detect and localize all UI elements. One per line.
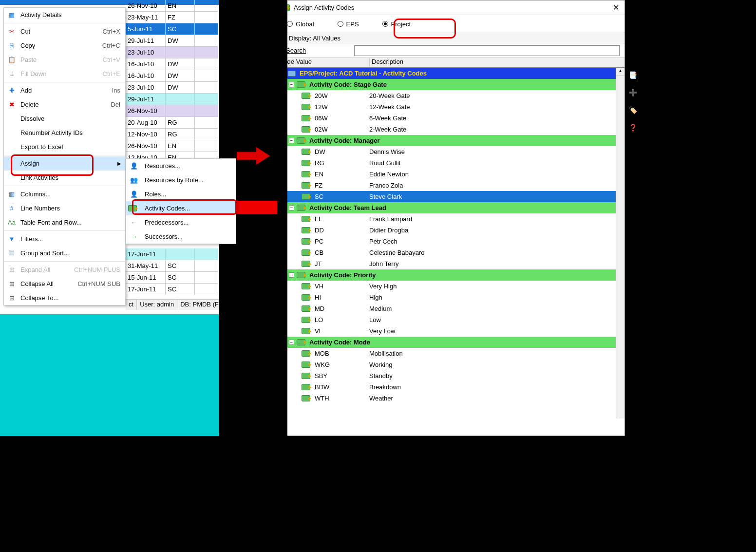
menu-item-delete[interactable]: ✖DeleteDel (4, 97, 125, 112)
grid-row[interactable]: 20-Aug-10RG (126, 117, 218, 129)
grid-row[interactable]: 29-Jul-11DW (126, 35, 218, 47)
submenu-item-resources-by-role-[interactable]: 👥Resources by Role... (126, 173, 236, 187)
tree-leaf[interactable]: VHVery High (277, 281, 624, 292)
collapse-icon[interactable]: − (289, 340, 294, 345)
tree-leaf[interactable]: WTHWeather (277, 393, 624, 404)
menu-item-filters-[interactable]: ▼Filters... (4, 232, 125, 246)
menu-item-collapse-to-[interactable]: ⊟Collapse To... (4, 291, 125, 305)
grid-row[interactable]: 29-Jul-11 (126, 94, 218, 105)
menu-item-expand-all[interactable]: ⊞Expand AllCtrl+NUM PLUS (4, 263, 125, 277)
grid-row[interactable]: 17-Jun-11 (126, 248, 218, 260)
menu-item-dissolve[interactable]: Dissolve (4, 112, 125, 126)
tree-leaf[interactable]: DWDennis Wise (277, 146, 624, 157)
grid-row[interactable]: 23-Jul-10DW (126, 82, 218, 94)
tree-leaf[interactable]: LOLow (277, 314, 624, 325)
menu-item-renumber-activity-ids[interactable]: Renumber Activity IDs (4, 126, 125, 140)
collapse-icon[interactable]: − (289, 205, 294, 210)
radio-global[interactable]: Global (287, 20, 314, 28)
tree-leaf[interactable]: DDDidier Drogba (277, 225, 624, 236)
leaf-code: WTH (313, 394, 369, 402)
tree-leaf[interactable]: HIHigh (277, 292, 624, 303)
tree-leaf[interactable]: 02W2-Week Gate (277, 124, 624, 135)
tree-group[interactable]: −Activity Code: Priority (277, 269, 624, 281)
help-icon[interactable]: ❓ (628, 123, 638, 132)
tree-leaf[interactable]: MOBMobilisation (277, 348, 624, 359)
menu-item-fill-down[interactable]: ⇊Fill DownCtrl+E (4, 67, 125, 81)
tree-leaf[interactable]: VLVery Low (277, 325, 624, 337)
display-row[interactable]: ▽ Display: All Values (277, 33, 624, 43)
menu-item-collapse-all[interactable]: ⊟Collapse AllCtrl+NUM SUB (4, 277, 125, 291)
tree-leaf[interactable]: RGRuud Gullit (277, 157, 624, 169)
grid-row[interactable]: 5-Jun-11SC (126, 23, 218, 35)
tree-leaf[interactable]: ENEddie Newton (277, 169, 624, 180)
grid-row[interactable]: 23-May-11FZ (126, 12, 218, 23)
menu-item-add[interactable]: ✚AddIns (4, 83, 125, 97)
submenu-item-roles-[interactable]: 👤Roles... (126, 187, 236, 201)
cut-icon: ✂ (7, 27, 17, 37)
leaf-code: 12W (313, 103, 369, 111)
radio-eps[interactable]: EPS (338, 20, 359, 28)
grid-code: RG (166, 117, 195, 128)
collapse-icon[interactable]: − (289, 82, 294, 87)
grid-row[interactable]: 17-Jun-11SC (126, 284, 218, 295)
tree-leaf[interactable]: 06W6-Week Gate (277, 113, 624, 124)
tree-leaf[interactable]: MDMedium (277, 303, 624, 314)
close-button[interactable]: ✕ (610, 2, 622, 12)
menu-item-columns-[interactable]: ▥Columns... (4, 187, 125, 201)
submenu-item-activity-codes-[interactable]: Activity Codes... (126, 201, 236, 215)
menu-item-export-to-excel[interactable]: Export to Excel (4, 140, 125, 154)
tree-leaf[interactable]: JTJohn Terry (277, 258, 624, 269)
tag-icon (302, 249, 310, 256)
tree-leaf[interactable]: SCSteve Clark (277, 191, 624, 202)
grid-row[interactable]: 15-Jun-11SC (126, 272, 218, 284)
search-row: Search (277, 43, 624, 58)
tree-leaf[interactable]: FLFrank Lampard (277, 213, 624, 225)
menu-item-line-numbers[interactable]: #Line Numbers (4, 201, 125, 215)
collapse-icon[interactable]: − (289, 272, 294, 278)
tree-group[interactable]: −Activity Code: Stage Gate (277, 79, 624, 90)
tree-leaf[interactable]: FZFranco Zola (277, 180, 624, 191)
grid-row[interactable]: 26-Nov-10EN (126, 0, 218, 12)
scroll-up-icon[interactable]: ▴ (616, 68, 624, 76)
radio-project[interactable]: Project (382, 20, 411, 28)
submenu-item-predecessors-[interactable]: ←Predecessors... (126, 215, 236, 229)
tree-leaf[interactable]: PCPetr Cech (277, 236, 624, 247)
tree-leaf[interactable]: CBCelestine Babayaro (277, 247, 624, 258)
submenu-item-successors-[interactable]: →Successors... (126, 229, 236, 244)
menu-item-activity-details[interactable]: ▦Activity Details (4, 8, 125, 22)
grid-row[interactable]: 16-Jul-10DW (126, 70, 218, 82)
search-input[interactable] (354, 45, 620, 56)
leaf-code: WKG (313, 361, 369, 369)
menu-item-cut[interactable]: ✂CutCtrl+X (4, 24, 125, 38)
submenu-item-resources-[interactable]: 👤Resources... (126, 159, 236, 173)
grid-row[interactable]: 26-Nov-10 (126, 105, 218, 117)
menu-item-paste[interactable]: 📋PasteCtrl+V (4, 53, 125, 67)
grid-row[interactable]: 26-Nov-10EN (126, 140, 218, 152)
grid-row[interactable]: 31-May-11SC (126, 260, 218, 272)
tag-icon[interactable]: 🏷️ (628, 106, 638, 114)
grid-row[interactable]: 23-Jul-10 (126, 47, 218, 58)
grid-row[interactable]: 12-Nov-10RG (126, 129, 218, 140)
grid-date: 15-Jun-11 (126, 272, 166, 283)
header-code-value[interactable]: Code Value (277, 58, 370, 67)
tree-group[interactable]: −Activity Code: Manager (277, 135, 624, 146)
tree-folder[interactable]: −EPS/Project: ACD Tutorial - Activity Co… (277, 68, 624, 79)
tree-leaf[interactable]: BDWBreakdown (277, 381, 624, 393)
collapse-icon[interactable]: − (289, 138, 294, 143)
scrollbar[interactable]: ▴ (616, 68, 624, 419)
menu-item-link-activities[interactable]: Link Activities (4, 171, 125, 185)
menu-item-assign[interactable]: Assign▶ (4, 156, 125, 171)
tree-leaf[interactable]: SBYStandby (277, 370, 624, 381)
menu-item-table-font-and-row-[interactable]: AaTable Font and Row... (4, 215, 125, 229)
tree-leaf[interactable]: WKGWorking (277, 359, 624, 370)
header-description[interactable]: Description (370, 58, 624, 67)
assign-icon[interactable]: 📑 (628, 71, 638, 79)
tree-group[interactable]: −Activity Code: Team Lead (277, 202, 624, 213)
tree-leaf[interactable]: 20W20-Week Gate (277, 90, 624, 101)
menu-item-group-and-sort-[interactable]: ☰Group and Sort... (4, 246, 125, 260)
tree-group[interactable]: −Activity Code: Mode (277, 337, 624, 348)
grid-row[interactable]: 16-Jul-10DW (126, 58, 218, 70)
add-icon[interactable]: ➕ (628, 88, 638, 97)
tree-leaf[interactable]: 12W12-Week Gate (277, 101, 624, 113)
menu-item-copy[interactable]: ⎘CopyCtrl+C (4, 38, 125, 53)
